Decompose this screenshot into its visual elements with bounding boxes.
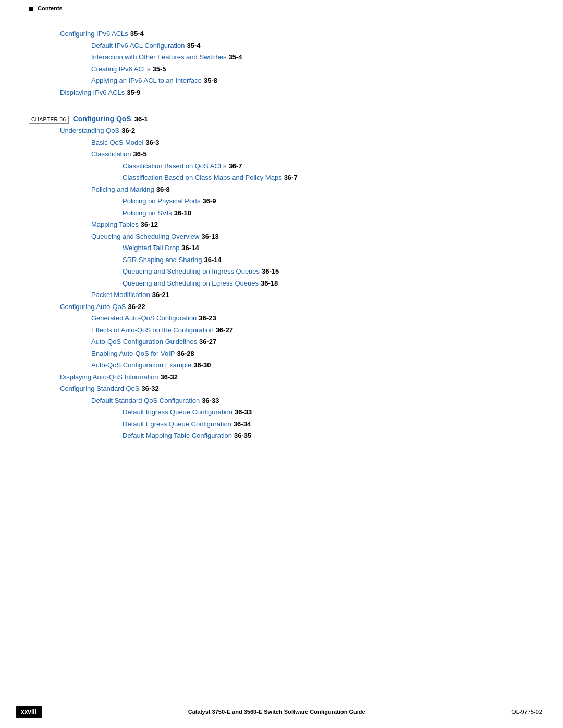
toc-entry-page: 36-15 xyxy=(262,266,279,277)
toc-entry-link[interactable]: Configuring Auto-QoS xyxy=(60,302,126,312)
toc-entry-page: 36-7 xyxy=(284,172,298,183)
right-border xyxy=(547,0,547,704)
toc-entry-link[interactable]: Effects of Auto-QoS on the Configuration xyxy=(91,325,214,336)
toc-entry-link[interactable]: Queueing and Scheduling on Egress Queues xyxy=(123,278,259,289)
toc-entry-page: 36-23 xyxy=(199,313,216,324)
toc-entry: Understanding QoS36-2 xyxy=(60,126,534,136)
chapter-separator xyxy=(29,105,91,105)
toc-entry-link[interactable]: Default Ingress Queue Configuration xyxy=(123,407,232,417)
toc-entry-link[interactable]: Queueing and Scheduling on Ingress Queue… xyxy=(123,266,260,277)
toc-entry: SRR Shaping and Sharing36-14 xyxy=(123,255,534,265)
toc-entry: Configuring IPv6 ACLs35-4 xyxy=(60,29,534,39)
footer-title: Catalyst 3750-E and 3560-E Switch Softwa… xyxy=(42,709,511,715)
toc-entry-page: 36-14 xyxy=(204,255,222,265)
toc-entry-page: 35-4 xyxy=(228,52,242,63)
toc-entry: Policing on Physical Ports36-9 xyxy=(123,196,534,206)
toc-container: Configuring IPv6 ACLs35-4Default IPv6 AC… xyxy=(29,29,534,441)
toc-entry-link[interactable]: Generated Auto-QoS Configuration xyxy=(91,313,197,324)
toc-entry-link[interactable]: Understanding QoS xyxy=(60,126,119,136)
page-container: Contents Configuring IPv6 ACLs35-4Defaul… xyxy=(0,0,563,728)
toc-entry-page: 36-8 xyxy=(156,184,170,195)
toc-entry-link[interactable]: SRR Shaping and Sharing xyxy=(123,255,202,265)
toc-entry: Creating IPv6 ACLs35-5 xyxy=(91,64,534,75)
toc-entry-link[interactable]: Displaying IPv6 ACLs xyxy=(60,88,125,98)
toc-entry-link[interactable]: Classification Based on Class Maps and P… xyxy=(123,172,282,183)
content-area: Configuring IPv6 ACLs35-4Default IPv6 AC… xyxy=(29,29,534,442)
toc-entry-page: 36-33 xyxy=(202,396,219,406)
header-label: Contents xyxy=(38,5,63,11)
toc-entry-page: 36-34 xyxy=(234,419,251,429)
toc-entry: Basic QoS Model36-3 xyxy=(91,138,534,148)
toc-entry: Queueing and Scheduling on Egress Queues… xyxy=(123,278,534,289)
toc-entry: Interaction with Other Features and Swit… xyxy=(91,52,534,63)
toc-entry: Auto-QoS Configuration Guidelines36-27 xyxy=(91,337,534,347)
toc-entry-page: 36-3 xyxy=(145,138,159,148)
toc-entry-link[interactable]: Mapping Tables xyxy=(91,219,139,230)
toc-entry-link[interactable]: Classification xyxy=(91,149,131,159)
toc-entry-link[interactable]: Auto-QoS Configuration Guidelines xyxy=(91,337,197,347)
chapter-row: CHAPTER 36Configuring QoS36-1 xyxy=(29,115,534,124)
toc-entry: Classification Based on Class Maps and P… xyxy=(123,172,534,183)
toc-entry-page: 36-7 xyxy=(228,161,242,171)
chapter-title-link[interactable]: Configuring QoS xyxy=(73,115,131,123)
toc-entry: Configuring Standard QoS36-32 xyxy=(60,384,534,394)
toc-entry: Default Standard QoS Configuration36-33 xyxy=(91,396,534,406)
toc-entry: Default Mapping Table Configuration36-35 xyxy=(123,430,534,441)
toc-entry-link[interactable]: Interaction with Other Features and Swit… xyxy=(91,52,226,63)
toc-entry: Enabling Auto-QoS for VoIP36-28 xyxy=(91,349,534,359)
page-number-badge: xxviii xyxy=(16,706,42,718)
toc-entry-page: 36-32 xyxy=(161,372,178,382)
toc-entry-link[interactable]: Weighted Tail Drop xyxy=(123,243,179,253)
toc-entry: Applying an IPv6 ACL to an Interface35-8 xyxy=(91,76,534,86)
toc-entry-page: 36-18 xyxy=(261,278,278,289)
toc-entry: Generated Auto-QoS Configuration36-23 xyxy=(91,313,534,324)
toc-entry: Displaying Auto-QoS Information36-32 xyxy=(60,372,534,382)
toc-entry: Configuring Auto-QoS36-22 xyxy=(60,302,534,312)
toc-entry: Queueing and Scheduling Overview36-13 xyxy=(91,231,534,242)
toc-entry-link[interactable]: Policing and Marking xyxy=(91,184,154,195)
toc-entry-link[interactable]: Applying an IPv6 ACL to an Interface xyxy=(91,76,202,86)
toc-entry-link[interactable]: Configuring Standard QoS xyxy=(60,384,139,394)
toc-entry-page: 35-4 xyxy=(130,29,144,39)
toc-entry-page: 36-21 xyxy=(152,290,169,300)
toc-entry-link[interactable]: Packet Modification xyxy=(91,290,150,300)
toc-entry-link[interactable]: Policing on Physical Ports xyxy=(123,196,201,206)
toc-entry-page: 36-2 xyxy=(121,126,135,136)
toc-entry-link[interactable]: Enabling Auto-QoS for VoIP xyxy=(91,349,175,359)
toc-entry: Packet Modification36-21 xyxy=(91,290,534,300)
toc-entry: Displaying IPv6 ACLs35-9 xyxy=(60,88,534,98)
toc-entry-page: 36-27 xyxy=(199,337,216,347)
toc-entry-page: 36-28 xyxy=(177,349,194,359)
chapter-page-num: 36-1 xyxy=(134,115,148,123)
toc-entry-link[interactable]: Queueing and Scheduling Overview xyxy=(91,231,199,242)
toc-entry-page: 36-22 xyxy=(128,302,145,312)
toc-entry-link[interactable]: Classification Based on QoS ACLs xyxy=(123,161,226,171)
toc-entry-link[interactable]: Default IPv6 ACL Configuration xyxy=(91,41,185,51)
toc-entry-link[interactable]: Policing on SVIs xyxy=(123,208,172,218)
toc-entry-link[interactable]: Displaying Auto-QoS Information xyxy=(60,372,158,382)
toc-entry: Weighted Tail Drop36-14 xyxy=(123,243,534,253)
toc-entry: Queueing and Scheduling on Ingress Queue… xyxy=(123,266,534,277)
toc-entry-link[interactable]: Basic QoS Model xyxy=(91,138,143,148)
page-header: Contents xyxy=(29,5,63,11)
toc-entry-page: 36-10 xyxy=(174,208,191,218)
toc-entry-link[interactable]: Creating IPv6 ACLs xyxy=(91,64,150,75)
toc-entry-page: 36-13 xyxy=(201,231,218,242)
toc-entry-page: 36-35 xyxy=(234,430,251,441)
toc-entry: Classification Based on QoS ACLs36-7 xyxy=(123,161,534,171)
toc-entry-link[interactable]: Default Egress Queue Configuration xyxy=(123,419,231,429)
toc-entry-page: 36-14 xyxy=(181,243,199,253)
toc-entry: Default IPv6 ACL Configuration35-4 xyxy=(91,41,534,51)
toc-entry-page: 36-9 xyxy=(203,196,216,206)
toc-entry-page: 35-5 xyxy=(152,64,166,75)
toc-entry: Default Egress Queue Configuration36-34 xyxy=(123,419,534,429)
toc-entry-link[interactable]: Default Mapping Table Configuration xyxy=(123,430,232,441)
toc-entry-page: 36-33 xyxy=(235,407,252,417)
top-border xyxy=(16,15,547,15)
toc-entry-link[interactable]: Default Standard QoS Configuration xyxy=(91,396,200,406)
page-number-text: xxviii xyxy=(21,708,36,715)
toc-entry-link[interactable]: Configuring IPv6 ACLs xyxy=(60,29,128,39)
toc-entry: Policing on SVIs36-10 xyxy=(123,208,534,218)
chapter-label: CHAPTER 36 xyxy=(29,116,69,124)
toc-entry-link[interactable]: Auto-QoS Configuration Example xyxy=(91,360,191,371)
